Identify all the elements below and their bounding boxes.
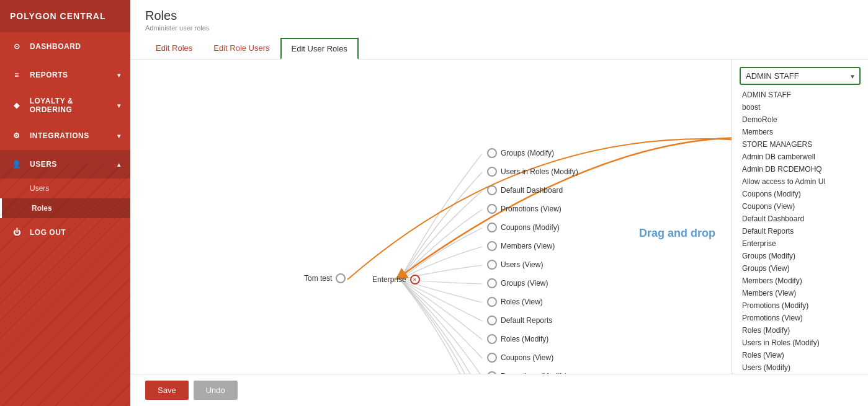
dashboard-icon: ⊙ [10, 40, 24, 53]
content-area: Tom test Enterprise Groups (Modify) User… [130, 60, 868, 374]
role-list-item[interactable]: Admin DB RCDEMOHQ [740, 163, 861, 175]
role-list-item[interactable]: STORE MANAGERS [740, 138, 861, 151]
role-list-item[interactable]: Coupons (Modify) [740, 188, 861, 200]
role-list-item[interactable]: DemoRole [740, 113, 861, 126]
role-list-item[interactable]: Users (Modify) [740, 361, 861, 374]
role-list-item[interactable]: Members (View) [740, 287, 861, 299]
node-circle [487, 353, 497, 363]
user-node-circle [336, 273, 346, 283]
node-label: Members (View) [501, 242, 555, 250]
role-list-item[interactable]: Roles (Modify) [740, 324, 861, 337]
role-list-item[interactable]: Default Dashboard [740, 213, 861, 225]
node-label: Groups (View) [501, 279, 548, 288]
tab-edit-roles[interactable]: Edit Roles [145, 38, 203, 60]
bottom-bar: Save Undo [130, 374, 868, 406]
enterprise-node-circle [410, 275, 420, 285]
role-list-item[interactable]: Members [740, 126, 861, 138]
node-circle [487, 297, 497, 307]
right-node-7: Users (View) [487, 260, 543, 270]
node-circle [487, 260, 497, 270]
node-circle [487, 167, 497, 177]
node-circle [487, 316, 497, 325]
node-label: Groups (Modify) [501, 149, 554, 157]
role-list-item[interactable]: Admin DB camberwell [740, 151, 861, 163]
undo-button[interactable]: Undo [194, 381, 238, 400]
role-list-item[interactable]: Users in Roles (Modify) [740, 337, 861, 349]
node-label: Promotions (Modify) [501, 372, 567, 374]
chevron-down-icon: ▾ [117, 72, 121, 79]
node-label: Roles (View) [501, 298, 543, 306]
sidebar-logo: POLYGON CENTRAL [0, 0, 130, 32]
node-circle [487, 204, 497, 214]
node-label: Coupons (Modify) [501, 223, 560, 232]
right-node-12: Coupons (View) [487, 353, 553, 363]
right-node-5: Coupons (Modify) [487, 223, 560, 232]
node-circle [487, 278, 497, 288]
sidebar-item-logout[interactable]: ⏻ LOG OUT [0, 218, 130, 247]
right-node-10: Default Reports [487, 316, 552, 325]
role-list-item[interactable]: ADMIN STAFF [740, 89, 861, 101]
role-list-item[interactable]: Groups (View) [740, 262, 861, 275]
role-list-item[interactable]: Coupons (View) [740, 200, 861, 213]
node-label: Users (View) [501, 260, 543, 269]
sidebar: POLYGON CENTRAL ⊙ DASHBOARD ≡ REPORTS ▾ … [0, 0, 130, 406]
role-list-item[interactable]: Promotions (View) [740, 312, 861, 324]
role-list-item[interactable]: Members (Modify) [740, 275, 861, 287]
user-select[interactable]: ADMIN STAFFboostDemoRoleMembersSTORE MAN… [740, 67, 861, 85]
sidebar-item-roles-sub[interactable]: Roles [0, 198, 130, 218]
integrations-icon: ⚙ [10, 129, 24, 143]
enterprise-node: Enterprise [372, 275, 420, 285]
role-list: ADMIN STAFFboostDemoRoleMembersSTORE MAN… [740, 89, 861, 374]
node-circle [487, 371, 497, 374]
chevron-down-icon: ▴ [117, 161, 121, 168]
role-list-item[interactable]: Promotions (Modify) [740, 299, 861, 312]
user-select-wrapper[interactable]: ADMIN STAFFboostDemoRoleMembersSTORE MAN… [740, 67, 861, 85]
user-node-label: Tom test [304, 274, 332, 283]
sidebar-item-dashboard[interactable]: ⊙ DASHBOARD [0, 32, 130, 61]
sidebar-item-label: INTEGRATIONS [30, 131, 89, 140]
node-circle [487, 241, 497, 251]
node-circle [487, 334, 497, 344]
sidebar-navigation: ⊙ DASHBOARD ≡ REPORTS ▾ ◈ LOYALTY & ORDE… [0, 32, 130, 406]
logout-icon: ⏻ [10, 226, 24, 239]
node-label: Users in Roles (Modify) [501, 167, 578, 176]
page-title: Roles [145, 9, 853, 23]
save-button[interactable]: Save [145, 381, 189, 400]
role-list-item[interactable]: boost [740, 101, 861, 113]
node-label: Default Dashboard [501, 186, 563, 195]
sidebar-item-users[interactable]: 👤 USERS ▴ [0, 150, 130, 179]
sidebar-item-integrations[interactable]: ⚙ INTEGRATIONS ▾ [0, 121, 130, 150]
user-node: Tom test [304, 273, 346, 283]
role-list-item[interactable]: Enterprise [740, 237, 861, 250]
chevron-down-icon: ▾ [117, 102, 121, 109]
node-label: Promotions (View) [501, 205, 562, 213]
right-node-6: Members (View) [487, 241, 555, 251]
role-list-item[interactable]: Groups (Modify) [740, 250, 861, 262]
diagram-svg [130, 60, 732, 374]
tab-edit-role-users[interactable]: Edit Role Users [203, 38, 280, 60]
right-node-8: Groups (View) [487, 278, 548, 288]
node-circle [487, 185, 497, 195]
sidebar-item-label: LOG OUT [30, 228, 66, 237]
dropdown-panel: ADMIN STAFFboostDemoRoleMembersSTORE MAN… [732, 60, 868, 374]
node-label: Roles (Modify) [501, 335, 548, 343]
node-circle [487, 148, 497, 158]
sidebar-item-reports[interactable]: ≡ REPORTS ▾ [0, 61, 130, 89]
right-node-13: Promotions (Modify) [487, 371, 567, 374]
node-label: Default Reports [501, 316, 552, 325]
sidebar-item-label: REPORTS [30, 71, 68, 79]
role-list-item[interactable]: Default Reports [740, 225, 861, 237]
right-node-2: Users in Roles (Modify) [487, 167, 578, 177]
role-list-item[interactable]: Allow access to Admin UI [740, 175, 861, 188]
right-node-9: Roles (View) [487, 297, 543, 307]
sidebar-item-label: LOYALTY & ORDERING [30, 97, 117, 114]
sidebar-item-loyalty[interactable]: ◈ LOYALTY & ORDERING ▾ [0, 89, 130, 121]
diagram-area: Tom test Enterprise Groups (Modify) User… [130, 60, 732, 374]
tab-edit-user-roles[interactable]: Edit User Roles [280, 38, 359, 60]
role-list-item[interactable]: Roles (View) [740, 349, 861, 361]
right-node-11: Roles (Modify) [487, 334, 548, 344]
node-label: Coupons (View) [501, 353, 553, 362]
tabs-bar: Edit Roles Edit Role Users Edit User Rol… [145, 38, 853, 59]
sidebar-item-label: DASHBOARD [30, 42, 81, 51]
sidebar-item-users-sub[interactable]: Users [0, 179, 130, 198]
